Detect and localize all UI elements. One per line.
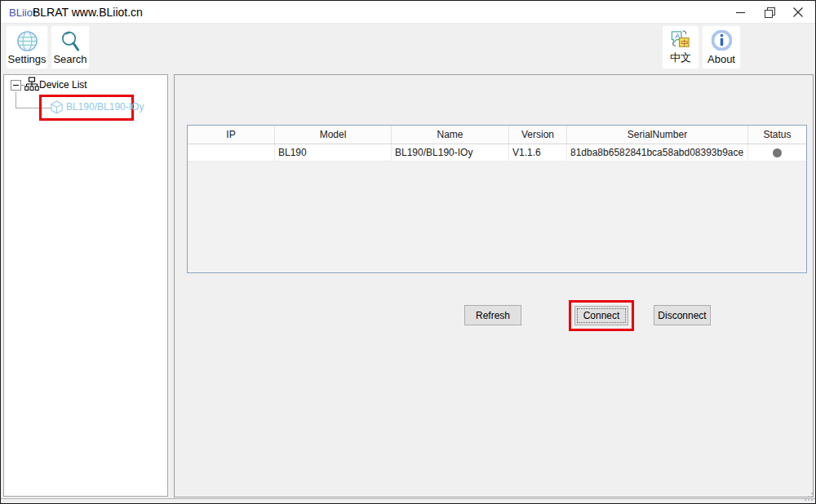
table-row[interactable]: BL190 BL190/BL190-IOy V1.1.6 81dba8b6582… <box>188 144 806 161</box>
statusbar-divider <box>1 498 815 499</box>
collapse-toggle[interactable] <box>11 80 21 91</box>
minus-icon <box>13 85 19 86</box>
device-tree-panel: Device List BL190/BL190-IOy <box>3 74 168 497</box>
tree-connector <box>16 92 16 108</box>
sitemap-icon <box>24 77 39 91</box>
globe-icon <box>16 30 38 52</box>
tree-device-label: BL190/BL190-IOy <box>66 101 144 113</box>
translate-icon: A 中 <box>669 30 692 51</box>
cell-ip <box>188 144 275 161</box>
column-header-model[interactable]: Model <box>275 126 392 144</box>
device-table: IP Model Name Version SerialNumber Statu… <box>187 125 807 273</box>
app-logo-text: BLiiot <box>9 7 36 19</box>
search-icon <box>60 30 82 52</box>
cell-model: BL190 <box>275 144 392 161</box>
about-label: About <box>707 53 735 65</box>
main-panel: IP Model Name Version SerialNumber Statu… <box>174 74 814 497</box>
cell-version: V1.1.6 <box>509 144 567 161</box>
close-button[interactable] <box>787 2 809 22</box>
restore-icon <box>765 7 775 18</box>
language-button[interactable]: A 中 中文 <box>662 25 699 69</box>
titlebar: BLiiot BLRAT www.BLiiot.cn <box>1 1 815 24</box>
cube-icon <box>50 100 64 114</box>
settings-button[interactable]: Settings <box>6 25 48 69</box>
connect-button[interactable]: Connect <box>574 306 628 325</box>
resize-grip[interactable] <box>803 491 814 502</box>
refresh-button[interactable]: Refresh <box>464 305 521 325</box>
disconnect-button[interactable]: Disconnect <box>654 305 711 325</box>
language-label: 中文 <box>670 51 691 65</box>
column-header-ip[interactable]: IP <box>188 126 275 144</box>
about-button[interactable]: About <box>702 25 741 69</box>
tree-device-item[interactable]: BL190/BL190-IOy <box>50 99 144 115</box>
close-icon <box>793 7 803 17</box>
app-window: BLiiot BLRAT www.BLiiot.cn <box>0 0 816 504</box>
tree-root-label: Device List <box>39 79 87 91</box>
window-title: BLRAT www.BLiiot.cn <box>33 6 143 19</box>
column-header-version[interactable]: Version <box>509 126 567 144</box>
cell-serialnumber: 81dba8b6582841bca58abd08393b9ace <box>567 144 748 161</box>
table-header-row: IP Model Name Version SerialNumber Statu… <box>188 126 806 144</box>
search-label: Search <box>53 53 86 65</box>
restore-button[interactable] <box>759 2 780 22</box>
minimize-icon <box>736 7 746 17</box>
window-controls <box>730 1 809 24</box>
minimize-button[interactable] <box>730 2 752 22</box>
status-dot <box>773 148 782 157</box>
settings-label: Settings <box>8 53 47 65</box>
cell-name: BL190/BL190-IOy <box>392 144 509 161</box>
column-header-name[interactable]: Name <box>392 126 509 144</box>
column-header-status[interactable]: Status <box>748 126 806 144</box>
svg-text:中: 中 <box>681 39 688 47</box>
search-button[interactable]: Search <box>51 25 90 69</box>
cell-status <box>748 144 806 161</box>
tree-root-row[interactable]: Device List <box>4 77 167 91</box>
info-icon <box>712 30 732 51</box>
column-header-serialnumber[interactable]: SerialNumber <box>567 126 748 144</box>
